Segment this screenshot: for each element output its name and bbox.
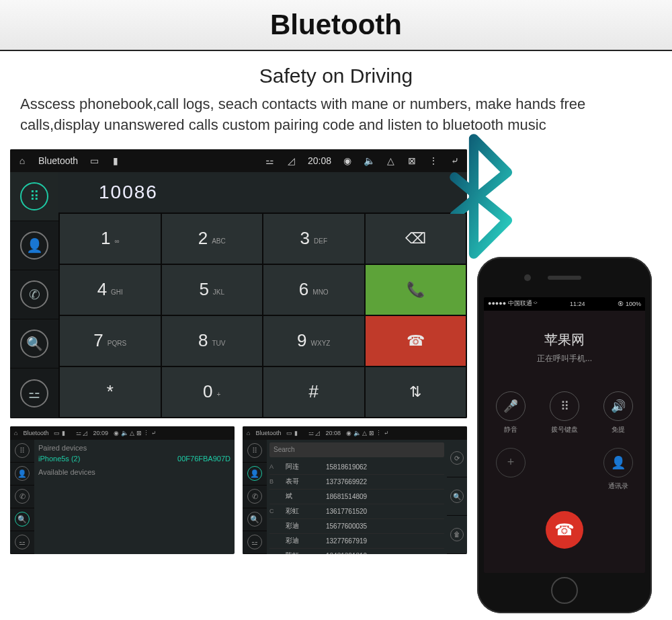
paired-header: Paired devices — [38, 444, 230, 452]
key-8[interactable]: 8TUV — [162, 316, 263, 366]
phone-speaker — [548, 276, 581, 280]
contact-row[interactable]: A阿连15818619062 — [269, 460, 444, 475]
home-icon: ⌂ — [14, 430, 17, 436]
phone-home-button[interactable] — [551, 577, 578, 604]
small-paired-screenshot: ⌂ Bluetooth ▭ ▮ ⚍ ◿20:09◉ 🔈 △ ⊠ ⋮ ⤶ ⠿ 👤 … — [10, 426, 235, 554]
contact-row[interactable]: B表哥13737669922 — [269, 475, 444, 490]
phone-actions-row2: + 👤通讯录 — [484, 448, 645, 491]
s2-dialpad[interactable]: ⠿ — [243, 440, 267, 463]
key-0[interactable]: 0+ — [162, 367, 263, 417]
sidebar-bt[interactable]: ⚍ — [10, 369, 58, 418]
phone-call-name: 苹果网 — [484, 331, 645, 349]
backspace-icon: ⌫ — [405, 230, 426, 247]
key-3[interactable]: 3DEF — [263, 214, 364, 264]
phone-battery: ⦿ 100% — [618, 301, 641, 307]
contact-row[interactable]: C彩虹13617761520 — [269, 504, 444, 519]
phone-call-status: 正在呼叫手机... — [484, 353, 645, 364]
signal-icon: ◿ — [286, 155, 297, 166]
key-call[interactable]: 📞 — [366, 265, 466, 315]
s1-search[interactable]: 🔍 — [10, 508, 34, 531]
phone-statusbar: ●●●●● 中国联通 ⌔ 11:24 ⦿ 100% — [484, 297, 645, 311]
keypad-icon: ⠿ — [550, 391, 579, 421]
endcall-icon: ☎ — [407, 332, 425, 350]
key-9[interactable]: 9WXYZ — [263, 316, 364, 366]
key-6[interactable]: 6MNO — [263, 265, 364, 315]
topbar: ⌂ Bluetooth ▭ ▮ ⚍ ◿ 20:08 ◉ 🔈 △ ⊠ ⋮ ⤶ — [10, 149, 467, 172]
s2-calllog[interactable]: ✆ — [243, 486, 267, 508]
bluetooth-icon: ⚍ — [265, 155, 276, 166]
topbar-time: 20:08 — [308, 155, 331, 166]
phone-actions-row: 🎤静音 ⠿拨号键盘 🔊免提 — [484, 391, 645, 434]
phone-endcall-button[interactable]: ☎ — [546, 511, 583, 549]
s1-calllog[interactable]: ✆ — [10, 486, 34, 508]
window-icon: ▭ — [89, 155, 99, 166]
phone-addcall[interactable]: + — [496, 448, 526, 491]
contacts-icon: 👤 — [603, 448, 633, 477]
s2-search[interactable]: 🔍 — [243, 508, 267, 531]
phone-speaker-btn[interactable]: 🔊免提 — [603, 391, 633, 434]
search-button[interactable]: 🔍 — [447, 477, 467, 516]
key-5[interactable]: 5JKL — [162, 265, 263, 315]
small1-content: Paired devices iPhone5s (2)00F76FBA907D … — [34, 440, 235, 554]
paired-device-row[interactable]: iPhone5s (2)00F76FBA907D — [38, 455, 230, 463]
banner-bar: Bluetooth — [0, 0, 672, 51]
home-icon: ⌂ — [247, 430, 250, 436]
sync-button[interactable]: ⟳ — [447, 440, 467, 478]
key-7[interactable]: 7PQRS — [60, 316, 161, 366]
key-backspace[interactable]: ⌫ — [366, 214, 466, 264]
phone-keypad[interactable]: ⠿拨号键盘 — [550, 391, 579, 434]
content-area: ⌂ Bluetooth ▭ ▮ ⚍ ◿ 20:08 ◉ 🔈 △ ⊠ ⋮ ⤶ ⠿ … — [10, 149, 662, 554]
dialed-number: 10086 — [58, 172, 467, 212]
home-icon[interactable]: ⌂ — [17, 155, 28, 166]
key-transfer[interactable]: ⇅ — [366, 367, 466, 417]
s1-dialpad[interactable]: ⠿ — [10, 440, 34, 463]
search-icon: 🔍 — [20, 330, 48, 358]
dialer-screenshot: ⌂ Bluetooth ▭ ▮ ⚍ ◿ 20:08 ◉ 🔈 △ ⊠ ⋮ ⤶ ⠿ … — [10, 149, 467, 418]
contact-row[interactable]: 彩迪13277667919 — [269, 534, 444, 549]
small2-topbar: ⌂ Bluetooth ▭ ▮ ⚍ ◿20:08◉ 🔈 △ ⊠ ⋮ ⤶ — [243, 426, 467, 440]
available-header: Available devices — [38, 468, 230, 476]
dialpad-icon: ⠿ — [20, 182, 48, 210]
phone-endcall-icon: ☎ — [554, 520, 575, 539]
key-endcall[interactable]: ☎ — [366, 316, 466, 366]
s2-contacts[interactable]: 👤 — [243, 463, 267, 486]
key-4[interactable]: 4GHI — [60, 265, 161, 315]
phone-camera — [524, 274, 531, 281]
phone-device: ●●●●● 中国联通 ⌔ 11:24 ⦿ 100% 苹果网 正在呼叫手机... … — [477, 257, 652, 613]
phone-carrier: ●●●●● 中国联通 ⌔ — [488, 299, 537, 308]
key-star[interactable]: * — [60, 367, 161, 417]
delete-button[interactable]: 🗑 — [447, 516, 467, 554]
sidebar-search[interactable]: 🔍 — [10, 319, 58, 369]
sidebar-dialpad[interactable]: ⠿ — [10, 172, 58, 221]
call-icon: 📞 — [407, 281, 425, 299]
s2-bt[interactable]: ⚍ — [243, 531, 267, 554]
sd-icon: ▮ — [110, 155, 121, 166]
phone-contacts[interactable]: 👤通讯录 — [603, 448, 633, 491]
calllog-icon: ✆ — [20, 280, 48, 309]
s1-bt[interactable]: ⚍ — [10, 531, 34, 554]
small2-content: Search A阿连15818619062B表哥13737669922斌1868… — [267, 440, 447, 554]
bt-icon: ⚍ — [20, 379, 48, 408]
contact-row[interactable]: 斌18681514809 — [269, 490, 444, 504]
key-hash[interactable]: # — [263, 367, 364, 417]
contacts-search[interactable]: Search — [269, 442, 444, 457]
key-1[interactable]: 1∞ — [60, 214, 161, 264]
mute-icon: 🎤 — [496, 391, 526, 421]
s1-contacts[interactable]: 👤 — [10, 463, 34, 486]
volume-icon[interactable]: 🔈 — [364, 155, 374, 166]
person-icon: 👤 — [20, 231, 48, 260]
contact-row[interactable]: 彩迪15677600035 — [269, 519, 444, 534]
topbar-title: Bluetooth — [38, 155, 78, 166]
dialer-sidebar: ⠿ 👤 ✆ 🔍 ⚍ — [10, 172, 58, 418]
close-icon[interactable]: ⊠ — [407, 155, 417, 166]
sidebar-contacts[interactable]: 👤 — [10, 221, 58, 270]
small2-sidebar: ⠿ 👤 ✆ 🔍 ⚍ — [243, 440, 267, 554]
contact-row[interactable]: 陈虹13431321810 — [269, 549, 444, 554]
key-2[interactable]: 2ABC — [162, 214, 263, 264]
phone-mute[interactable]: 🎤静音 — [496, 391, 526, 434]
plus-icon: + — [496, 448, 526, 477]
dialer-body: ⠿ 👤 ✆ 🔍 ⚍ 10086 1∞ 2ABC 3DEF ⌫ 4GHI 5JKL… — [10, 172, 467, 418]
sidebar-calllog[interactable]: ✆ — [10, 270, 58, 319]
camera-icon[interactable]: ◉ — [342, 155, 353, 166]
eject-icon[interactable]: △ — [385, 155, 396, 166]
